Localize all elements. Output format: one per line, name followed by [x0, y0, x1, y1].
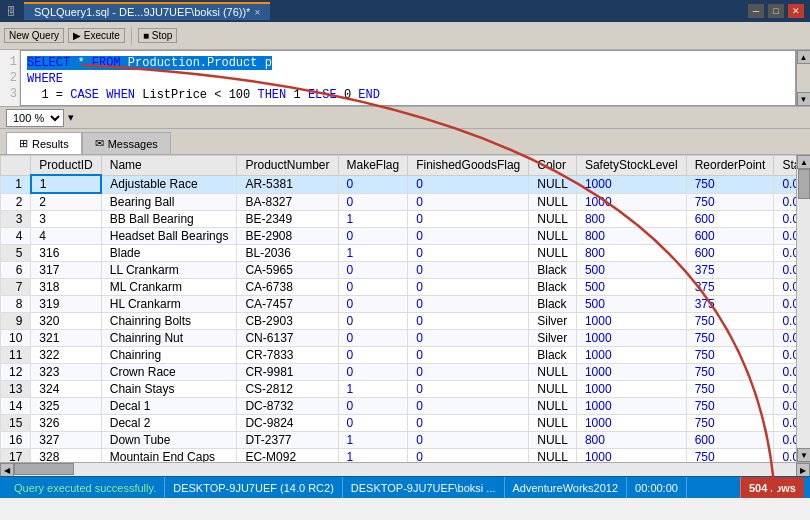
cell-name[interactable]: LL Crankarm	[101, 262, 237, 279]
cell-productid[interactable]: 4	[31, 228, 101, 245]
cell-reorderpoint[interactable]: 750	[686, 381, 774, 398]
cell-safetystocklevel[interactable]: 1000	[576, 193, 686, 211]
cell-makeflag[interactable]: 0	[338, 296, 408, 313]
cell-color[interactable]: NULL	[529, 398, 577, 415]
query-editor[interactable]: SELECT * FROM Production.Product p WHERE…	[20, 50, 796, 106]
tab-results[interactable]: ⊞ Results	[6, 132, 82, 154]
cell-standardcost[interactable]: 0.00	[774, 330, 796, 347]
cell-standardcost[interactable]: 0.00	[774, 415, 796, 432]
cell-productid[interactable]: 327	[31, 432, 101, 449]
tab-messages[interactable]: ✉ Messages	[82, 132, 171, 154]
cell-name[interactable]: Blade	[101, 245, 237, 262]
cell-reorderpoint[interactable]: 600	[686, 432, 774, 449]
cell-safetystocklevel[interactable]: 1000	[576, 449, 686, 463]
cell-finishedgoodsflag[interactable]: 0	[408, 381, 529, 398]
stop-button[interactable]: ■ Stop	[138, 28, 177, 43]
cell-safetystocklevel[interactable]: 1000	[576, 347, 686, 364]
cell-productid[interactable]: 319	[31, 296, 101, 313]
zoom-select[interactable]: 100 %75 %125 %150 %	[6, 109, 64, 127]
cell-color[interactable]: Silver	[529, 330, 577, 347]
editor-scroll-down[interactable]: ▼	[797, 92, 811, 106]
table-row[interactable]: 7318ML CrankarmCA-673800Black5003750.00	[1, 279, 797, 296]
cell-productid[interactable]: 3	[31, 211, 101, 228]
cell-finishedgoodsflag[interactable]: 0	[408, 262, 529, 279]
cell-makeflag[interactable]: 1	[338, 449, 408, 463]
cell-name[interactable]: Headset Ball Bearings	[101, 228, 237, 245]
cell-name[interactable]: Mountain End Caps	[101, 449, 237, 463]
table-row[interactable]: 15326Decal 2DC-982400NULL10007500.00	[1, 415, 797, 432]
cell-standardcost[interactable]: 0.00	[774, 347, 796, 364]
cell-productnumber[interactable]: DC-8732	[237, 398, 338, 415]
cell-finishedgoodsflag[interactable]: 0	[408, 398, 529, 415]
title-tab[interactable]: SQLQuery1.sql - DE...9JU7UEF\boksi (76))…	[24, 2, 270, 20]
cell-safetystocklevel[interactable]: 800	[576, 245, 686, 262]
cell-finishedgoodsflag[interactable]: 0	[408, 296, 529, 313]
scroll-up-button[interactable]: ▲	[797, 155, 810, 169]
cell-standardcost[interactable]: 0.00	[774, 313, 796, 330]
cell-makeflag[interactable]: 1	[338, 381, 408, 398]
cell-makeflag[interactable]: 0	[338, 313, 408, 330]
cell-productnumber[interactable]: BE-2908	[237, 228, 338, 245]
cell-standardcost[interactable]: 0.00	[774, 296, 796, 313]
cell-productnumber[interactable]: DT-2377	[237, 432, 338, 449]
scroll-thumb[interactable]	[798, 169, 810, 199]
cell-standardcost[interactable]: 0.00	[774, 193, 796, 211]
tab-close-button[interactable]: ×	[254, 7, 260, 18]
cell-reorderpoint[interactable]: 750	[686, 449, 774, 463]
table-row[interactable]: 8319HL CrankarmCA-745700Black5003750.00	[1, 296, 797, 313]
cell-finishedgoodsflag[interactable]: 0	[408, 279, 529, 296]
cell-standardcost[interactable]: 0.00	[774, 262, 796, 279]
cell-reorderpoint[interactable]: 750	[686, 347, 774, 364]
col-header-makeflag[interactable]: MakeFlag	[338, 156, 408, 176]
scroll-down-button[interactable]: ▼	[797, 448, 810, 462]
cell-makeflag[interactable]: 1	[338, 211, 408, 228]
cell-makeflag[interactable]: 0	[338, 228, 408, 245]
cell-makeflag[interactable]: 0	[338, 175, 408, 193]
cell-standardcost[interactable]: 0.00	[774, 228, 796, 245]
cell-productnumber[interactable]: DC-9824	[237, 415, 338, 432]
table-row[interactable]: 14325Decal 1DC-873200NULL10007500.00	[1, 398, 797, 415]
cell-safetystocklevel[interactable]: 800	[576, 228, 686, 245]
cell-name[interactable]: Bearing Ball	[101, 193, 237, 211]
cell-finishedgoodsflag[interactable]: 0	[408, 415, 529, 432]
cell-productnumber[interactable]: CA-7457	[237, 296, 338, 313]
cell-safetystocklevel[interactable]: 1000	[576, 398, 686, 415]
cell-reorderpoint[interactable]: 600	[686, 245, 774, 262]
table-row[interactable]: 11Adjustable RaceAR-538100NULL10007500.0…	[1, 175, 797, 193]
maximize-button[interactable]: □	[768, 4, 784, 18]
cell-name[interactable]: Chainring Bolts	[101, 313, 237, 330]
col-header-color[interactable]: Color	[529, 156, 577, 176]
cell-color[interactable]: Black	[529, 279, 577, 296]
cell-productid[interactable]: 320	[31, 313, 101, 330]
cell-finishedgoodsflag[interactable]: 0	[408, 245, 529, 262]
cell-finishedgoodsflag[interactable]: 0	[408, 193, 529, 211]
cell-name[interactable]: HL Crankarm	[101, 296, 237, 313]
cell-productid[interactable]: 326	[31, 415, 101, 432]
cell-name[interactable]: Decal 1	[101, 398, 237, 415]
cell-color[interactable]: NULL	[529, 228, 577, 245]
cell-safetystocklevel[interactable]: 1000	[576, 415, 686, 432]
cell-reorderpoint[interactable]: 750	[686, 193, 774, 211]
table-row[interactable]: 12323Crown RaceCR-998100NULL10007500.00	[1, 364, 797, 381]
table-row[interactable]: 10321Chainring NutCN-613700Silver1000750…	[1, 330, 797, 347]
cell-finishedgoodsflag[interactable]: 0	[408, 330, 529, 347]
table-row[interactable]: 9320Chainring BoltsCB-290300Silver100075…	[1, 313, 797, 330]
cell-standardcost[interactable]: 0.00	[774, 398, 796, 415]
cell-productid[interactable]: 1	[31, 175, 101, 193]
cell-makeflag[interactable]: 0	[338, 330, 408, 347]
cell-finishedgoodsflag[interactable]: 0	[408, 432, 529, 449]
cell-productnumber[interactable]: CR-7833	[237, 347, 338, 364]
cell-productnumber[interactable]: CB-2903	[237, 313, 338, 330]
cell-standardcost[interactable]: 0.00	[774, 279, 796, 296]
cell-productid[interactable]: 322	[31, 347, 101, 364]
cell-color[interactable]: NULL	[529, 245, 577, 262]
cell-productid[interactable]: 323	[31, 364, 101, 381]
cell-reorderpoint[interactable]: 375	[686, 262, 774, 279]
col-header-standardcost[interactable]: StandardCost	[774, 156, 796, 176]
cell-makeflag[interactable]: 0	[338, 193, 408, 211]
cell-color[interactable]: NULL	[529, 432, 577, 449]
cell-standardcost[interactable]: 0.00	[774, 449, 796, 463]
cell-productid[interactable]: 328	[31, 449, 101, 463]
cell-safetystocklevel[interactable]: 500	[576, 262, 686, 279]
table-row[interactable]: 16327Down TubeDT-237710NULL8006000.00	[1, 432, 797, 449]
